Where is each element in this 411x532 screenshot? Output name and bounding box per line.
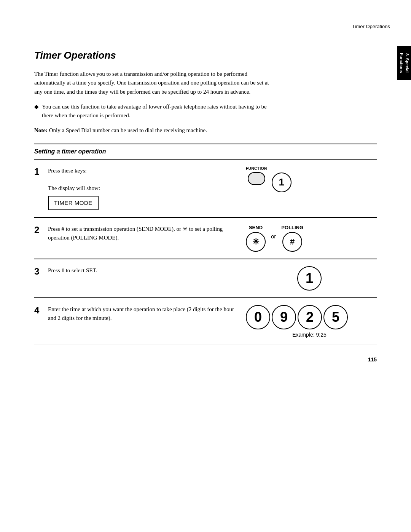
step-4-number: 4: [34, 298, 48, 345]
bullet-item: ◆ You can use this function to take adva…: [34, 102, 274, 120]
step-1-keys-group: FUNCTION 1: [246, 166, 373, 192]
send-label: SEND: [249, 225, 263, 230]
step-2-content: Press # to set a transmission operation …: [48, 217, 246, 259]
tab-text-line2: Functions: [399, 53, 404, 73]
key-1-select: 1: [297, 266, 322, 291]
example-caption: Example: 9:25: [246, 332, 373, 338]
or-text: or: [271, 233, 276, 240]
polling-col: POLLING #: [281, 225, 303, 252]
step-3-content: Press 1 to select SET.: [48, 259, 246, 298]
digit-9: 9: [272, 305, 296, 329]
step-4-instruction: Enter the time at which you want the ope…: [48, 306, 234, 321]
page-header: Timer Operations: [352, 24, 390, 29]
step-3-number: 3: [34, 259, 48, 298]
step-4-content: Enter the time at which you want the ope…: [48, 298, 246, 345]
send-polling-group: SEND ✳ or POLLING #: [246, 225, 373, 252]
bullet-text: You can use this function to take advant…: [42, 102, 274, 120]
note-paragraph: Note: Only a Speed Dial number can be us…: [34, 126, 263, 135]
page-number: 115: [34, 356, 377, 363]
step-2-instruction: Press # to set a transmission operation …: [48, 226, 223, 241]
step-1-instruction-line1: Press these keys:: [48, 168, 87, 174]
example-digits-group: 0 9 2 5: [246, 305, 373, 329]
function-label: FUNCTION: [246, 166, 267, 171]
bullet-diamond: ◆: [34, 102, 39, 120]
polling-label: POLLING: [281, 225, 303, 230]
step-1-number: 1: [34, 159, 48, 217]
header-title: Timer Operations: [352, 24, 390, 29]
function-button: [248, 172, 265, 185]
step-2-row: 2 Press # to set a transmission operatio…: [34, 217, 377, 259]
send-key: ✳: [246, 232, 266, 252]
step-1-instruction-line2: The display will show:: [48, 185, 100, 191]
step-2-visual: SEND ✳ or POLLING #: [246, 217, 377, 259]
tab-text-line1: 8. Special: [405, 53, 409, 73]
note-bold-label: Note:: [34, 127, 48, 133]
step-1-content: Press these keys: The display will show:…: [48, 159, 246, 217]
chapter-tab: 8. Special Functions: [397, 46, 411, 80]
section-title: Timer Operations: [34, 50, 377, 61]
step-3-visual: 1: [246, 259, 377, 298]
intro-paragraph: The Timer function allows you to set a t…: [34, 70, 278, 96]
main-content: Timer Operations The Timer function allo…: [0, 0, 411, 385]
digit-0: 0: [246, 305, 270, 329]
steps-table: 1 Press these keys: The display will sho…: [34, 159, 377, 345]
key-1-button: 1: [272, 173, 292, 192]
subsection-title: Setting a timer operation: [34, 148, 377, 155]
step-3-instruction: Press 1 to select SET.: [48, 267, 97, 273]
digit-2: 2: [298, 305, 322, 329]
send-col: SEND ✳: [246, 225, 266, 252]
polling-key: #: [282, 232, 302, 252]
subsection-row: Setting a timer operation: [34, 144, 377, 159]
note-content: Only a Speed Dial number can be used to …: [48, 127, 207, 133]
step-3-row: 3 Press 1 to select SET. 1: [34, 259, 377, 298]
step-1-row: 1 Press these keys: The display will sho…: [34, 159, 377, 217]
step-4-visual: 0 9 2 5 Example: 9:25: [246, 298, 377, 345]
step-2-number: 2: [34, 217, 48, 259]
step-4-row: 4 Enter the time at which you want the o…: [34, 298, 377, 345]
function-key-group: FUNCTION: [246, 166, 267, 185]
timer-mode-display: TIMER MODE: [48, 196, 99, 210]
digit-5: 5: [323, 305, 348, 329]
step-1-visual: FUNCTION 1: [246, 159, 377, 217]
